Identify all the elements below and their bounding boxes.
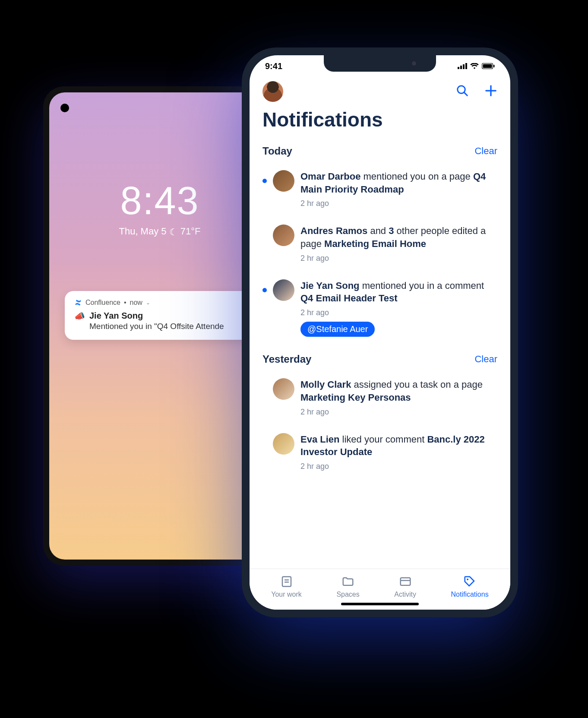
notification-item[interactable]: Andres Ramos and 3 other people edited a… [262, 218, 497, 273]
clear-button[interactable]: Clear [474, 354, 497, 365]
android-notification-app: Confluence [85, 299, 120, 307]
search-button[interactable] [456, 84, 469, 99]
plus-icon [484, 84, 497, 97]
iphone-frame: 9:41 [242, 47, 518, 617]
android-notification-body: 📣 Jie Yan Song Mentioned you in "Q4 Offs… [74, 311, 256, 331]
app-header [250, 77, 510, 104]
notification-item[interactable]: Eva Lien liked your comment Banc.ly 2022… [262, 427, 497, 475]
tab-label: Notifications [451, 591, 489, 598]
svg-point-16 [467, 579, 468, 580]
section-header-yesterday: Yesterday Clear [262, 353, 497, 365]
notification-item[interactable]: Omar Darboe mentioned you on a page Q4 M… [262, 164, 497, 218]
notification-item[interactable]: Jie Yan Song mentioned you in a comment … [262, 273, 497, 347]
svg-rect-2 [463, 64, 465, 69]
tab-your-work[interactable]: Your work [271, 575, 302, 598]
count-text: 3 [389, 225, 394, 236]
notification-text: Eva Lien liked your comment Banc.ly 2022… [300, 433, 497, 459]
window-icon [399, 575, 412, 588]
notification-text: Andres Ramos and 3 other people edited a… [300, 225, 497, 250]
android-date-row: Thu, May 5 ☾ 71°F [49, 226, 270, 237]
notification-time: 2 hr ago [300, 254, 497, 263]
notification-item[interactable]: Molly Clark assigned you a task on a pag… [262, 372, 497, 427]
svg-line-8 [464, 92, 467, 95]
actor-avatar [273, 433, 294, 455]
tag-icon [463, 575, 476, 588]
android-phone-frame: 8:43 Thu, May 5 ☾ 71°F Confluence • now … [43, 86, 276, 566]
tab-notifications[interactable]: Notifications [451, 575, 489, 598]
action-text: assigned you a task on a page [351, 379, 483, 390]
tab-label: Spaces [336, 591, 359, 598]
tab-label: Your work [271, 591, 302, 598]
android-camera-cutout [60, 104, 69, 112]
mention-pill[interactable]: @Stefanie Auer [300, 322, 375, 337]
actor-avatar [273, 225, 294, 246]
actor-name: Andres Ramos [300, 225, 367, 236]
android-notification-when: now [130, 299, 142, 307]
notification-time: 2 hr ago [300, 462, 497, 471]
section-title: Yesterday [262, 353, 311, 365]
svg-rect-14 [400, 578, 410, 585]
actor-name: Omar Darboe [300, 171, 360, 182]
create-button[interactable] [484, 84, 497, 99]
android-clock-block: 8:43 Thu, May 5 ☾ 71°F [49, 179, 270, 237]
search-icon [456, 84, 469, 97]
actor-name: Molly Clark [300, 379, 351, 390]
moon-icon: ☾ [169, 227, 178, 238]
action-text: liked your comment [339, 434, 427, 445]
svg-rect-3 [465, 63, 467, 69]
notification-text: Molly Clark assigned you a task on a pag… [300, 378, 497, 404]
actor-name: Jie Yan Song [300, 280, 360, 291]
iphone-notch [324, 55, 436, 72]
target-name: Marketing Email Home [324, 238, 426, 249]
android-notification-card[interactable]: Confluence • now ⌄ 📣 Jie Yan Song Mentio… [65, 291, 266, 340]
unread-dot-icon [262, 288, 267, 292]
dot-separator: • [124, 299, 126, 307]
notification-time: 2 hr ago [300, 308, 497, 317]
svg-rect-1 [460, 66, 462, 69]
tab-spaces[interactable]: Spaces [336, 575, 359, 598]
notification-time: 2 hr ago [300, 408, 497, 417]
home-indicator[interactable] [341, 603, 419, 605]
section-title: Today [262, 145, 292, 157]
confluence-icon [74, 299, 82, 307]
android-lockscreen: 8:43 Thu, May 5 ☾ 71°F Confluence • now … [49, 92, 270, 560]
target-name: Q4 Email Header Test [300, 293, 398, 304]
android-temp: 71°F [180, 226, 201, 237]
svg-rect-5 [483, 64, 492, 68]
android-notification-message: Mentioned you in "Q4 Offsite Attende [89, 322, 224, 331]
section-header-today: Today Clear [262, 145, 497, 157]
battery-icon [482, 61, 495, 71]
folder-icon [341, 575, 354, 588]
notification-text: Jie Yan Song mentioned you in a comment … [300, 279, 497, 305]
tab-activity[interactable]: Activity [394, 575, 416, 598]
target-name: Marketing Key Personas [300, 392, 411, 403]
document-icon [280, 575, 293, 588]
ios-status-time: 9:41 [265, 61, 282, 71]
android-time: 8:43 [49, 179, 270, 223]
action-text: and [367, 225, 389, 236]
action-text: mentioned you in a comment [360, 280, 484, 291]
tab-label: Activity [394, 591, 416, 598]
chevron-down-icon[interactable]: ⌄ [146, 300, 150, 306]
profile-avatar[interactable] [262, 81, 283, 102]
android-notification-header: Confluence • now ⌄ [74, 299, 256, 307]
cellular-signal-icon [458, 61, 467, 71]
actor-name: Eva Lien [300, 434, 339, 445]
actor-avatar [273, 279, 294, 301]
svg-rect-0 [458, 67, 459, 69]
android-date: Thu, May 5 [119, 226, 166, 237]
megaphone-icon: 📣 [74, 312, 85, 320]
actor-avatar [273, 378, 294, 400]
wifi-icon [470, 61, 479, 71]
svg-rect-6 [493, 65, 495, 67]
clear-button[interactable]: Clear [474, 145, 497, 157]
notifications-scroll-area[interactable]: Today Clear Omar Darboe mentioned you on… [250, 139, 510, 569]
notification-text: Omar Darboe mentioned you on a page Q4 M… [300, 170, 497, 196]
unread-dot-icon [262, 179, 267, 183]
page-title: Notifications [250, 104, 510, 139]
action-text: mentioned you on a page [360, 171, 473, 182]
android-notification-sender: Jie Yan Song [89, 311, 224, 321]
actor-avatar [273, 170, 294, 192]
iphone-screen: 9:41 [250, 55, 510, 610]
notification-time: 2 hr ago [300, 199, 497, 208]
